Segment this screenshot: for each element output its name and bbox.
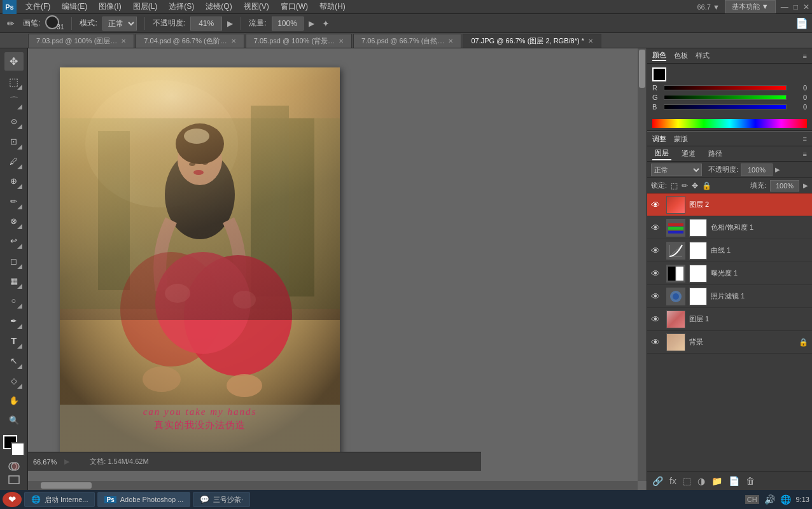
- move-tool[interactable]: ✥: [4, 52, 24, 71]
- menu-filter[interactable]: 滤镜(Q): [200, 0, 237, 13]
- eraser-tool[interactable]: ◻: [4, 251, 24, 270]
- mask-tab[interactable]: 蒙版: [674, 134, 688, 144]
- doc-preview-icon[interactable]: 📄: [795, 18, 808, 29]
- tab-4[interactable]: 07.JPG @ 66.7% (图层 2, RGB/8*) * ✕: [463, 34, 601, 48]
- new-adj-button[interactable]: ◑: [697, 476, 705, 486]
- adjustments-tab[interactable]: 调整: [652, 134, 666, 144]
- tab-2[interactable]: 7.05.psd @ 100% (背景… ✕: [246, 34, 352, 48]
- canvas-scroll-vertical[interactable]: [638, 48, 647, 481]
- dodge-tool[interactable]: ○: [4, 291, 24, 310]
- taskbar-internet[interactable]: 🌐 启动 Interne...: [24, 492, 95, 507]
- fill-arrow[interactable]: ▶: [803, 182, 808, 189]
- add-style-button[interactable]: fx: [669, 476, 676, 486]
- color-tab[interactable]: 颜色: [652, 50, 666, 61]
- taskbar-chat[interactable]: 💬 三号沙茶·: [193, 492, 250, 507]
- delete-layer-button[interactable]: 🗑: [746, 476, 755, 486]
- layer-1-visibility[interactable]: 👁: [651, 314, 662, 324]
- quick-select-tool[interactable]: ⊙: [4, 112, 24, 130]
- input-method-icon[interactable]: CH: [745, 495, 759, 504]
- layer-item-exposure[interactable]: 👁 曝光度 1: [647, 262, 812, 285]
- opacity-input[interactable]: [190, 17, 222, 31]
- scroll-thumb-v[interactable]: [639, 50, 645, 88]
- canvas-scroll-horizontal[interactable]: [28, 481, 638, 490]
- link-layers-button[interactable]: 🔗: [652, 476, 663, 486]
- green-slider[interactable]: [664, 95, 787, 100]
- bg-layer-visibility[interactable]: 👁: [651, 337, 662, 347]
- layer-item-bg[interactable]: 👁 背景 🔒: [647, 331, 812, 354]
- tab-close-3[interactable]: ✕: [448, 38, 453, 45]
- lock-position-icon[interactable]: ✏: [682, 181, 688, 190]
- color-panel-expand[interactable]: ≡: [803, 52, 807, 60]
- color-fg-swatch[interactable]: [652, 67, 666, 81]
- crop-tool[interactable]: ⊡: [4, 132, 24, 150]
- heal-tool[interactable]: ⊕: [4, 172, 24, 190]
- fill-input[interactable]: [770, 180, 799, 192]
- brush-tool[interactable]: ✏: [4, 192, 24, 210]
- canvas-area[interactable]: can you take my hands 真实的我没办法伪造 66.67% ▶…: [28, 48, 647, 490]
- start-button[interactable]: ❤: [3, 492, 22, 507]
- menu-edit[interactable]: 编辑(E): [57, 0, 92, 13]
- path-select-tool[interactable]: ↖: [4, 351, 24, 370]
- screen-mode-button[interactable]: [5, 473, 23, 486]
- color-spectrum[interactable]: [652, 119, 807, 128]
- tab-3[interactable]: 7.06.psd @ 66.7% (自然… ✕: [353, 34, 461, 48]
- quick-mask-button[interactable]: [5, 460, 23, 473]
- hue-layer-visibility[interactable]: 👁: [651, 223, 662, 233]
- layer-item-hue[interactable]: 👁 色相/饱和度 1: [647, 216, 812, 239]
- history-brush-tool[interactable]: ↩: [4, 232, 24, 250]
- red-slider[interactable]: [664, 85, 787, 90]
- blend-mode-select[interactable]: 正常: [102, 17, 137, 31]
- eyedropper-tool[interactable]: 🖊: [4, 152, 24, 171]
- blend-mode-layers[interactable]: 正常: [651, 164, 702, 176]
- network-icon[interactable]: 🌐: [780, 494, 791, 505]
- layers-panel-expand[interactable]: ≡: [803, 150, 807, 158]
- new-layer-button[interactable]: 📄: [729, 476, 739, 486]
- add-mask-button[interactable]: ⬚: [683, 476, 691, 486]
- flow-input[interactable]: [272, 17, 304, 31]
- pen-tool[interactable]: ✒: [4, 311, 24, 330]
- tab-close-2[interactable]: ✕: [339, 38, 344, 45]
- layer-item-photo-filter[interactable]: 👁 照片滤镜 1: [647, 285, 812, 308]
- layer-2-visibility[interactable]: 👁: [651, 200, 662, 210]
- tab-close-4[interactable]: ✕: [588, 38, 593, 45]
- tab-1[interactable]: 7.04.psd @ 66.7% (色阶… ✕: [136, 34, 244, 48]
- tab-0[interactable]: 7.03.psd @ 100% (图层… ✕: [28, 34, 134, 48]
- shape-tool[interactable]: ◇: [4, 372, 24, 390]
- maximize-button[interactable]: □: [794, 3, 798, 11]
- styles-tab[interactable]: 样式: [696, 51, 710, 60]
- swatches-tab[interactable]: 色板: [674, 51, 688, 60]
- volume-icon[interactable]: 🔊: [764, 494, 775, 505]
- menu-view[interactable]: 视图(V): [239, 0, 274, 13]
- photo-filter-visibility[interactable]: 👁: [651, 291, 662, 302]
- opacity-field[interactable]: [741, 164, 773, 176]
- exposure-layer-visibility[interactable]: 👁: [651, 268, 662, 279]
- lasso-tool[interactable]: ⌒: [4, 92, 24, 111]
- tab-close-1[interactable]: ✕: [231, 38, 236, 45]
- hand-tool[interactable]: ✋: [4, 391, 24, 410]
- channels-tab[interactable]: 通道: [679, 148, 698, 160]
- background-color[interactable]: [11, 442, 25, 456]
- clone-tool[interactable]: ⊗: [4, 212, 24, 230]
- blue-slider[interactable]: [664, 104, 787, 109]
- lock-pixels-icon[interactable]: ⬚: [671, 181, 678, 190]
- tab-close-0[interactable]: ✕: [121, 38, 126, 45]
- marquee-tool[interactable]: ⬚: [4, 72, 24, 90]
- menu-window[interactable]: 窗口(W): [276, 0, 313, 13]
- paths-tab[interactable]: 路径: [706, 148, 725, 160]
- close-button[interactable]: ✕: [803, 3, 809, 11]
- layer-item-curves[interactable]: 👁 曲线 1: [647, 239, 812, 262]
- zoom-arrow[interactable]: ▶: [64, 457, 69, 466]
- layers-tab[interactable]: 图层: [652, 147, 671, 160]
- lock-all-icon[interactable]: 🔒: [702, 181, 711, 190]
- flow-toggle[interactable]: ▶: [309, 19, 314, 28]
- new-group-button[interactable]: 📁: [711, 476, 722, 486]
- workspace-button[interactable]: 基本功能 ▼: [725, 0, 776, 13]
- zoom-tool[interactable]: 🔍: [4, 411, 24, 429]
- opacity-toggle[interactable]: ▶: [227, 19, 233, 28]
- scroll-thumb-h[interactable]: [41, 482, 92, 489]
- adj-panel-expand[interactable]: ≡: [803, 135, 807, 143]
- minimize-button[interactable]: —: [781, 3, 788, 11]
- airbrush-icon[interactable]: ✦: [322, 18, 330, 29]
- menu-select[interactable]: 选择(S): [164, 0, 199, 13]
- brush-preview[interactable]: 31: [45, 15, 64, 31]
